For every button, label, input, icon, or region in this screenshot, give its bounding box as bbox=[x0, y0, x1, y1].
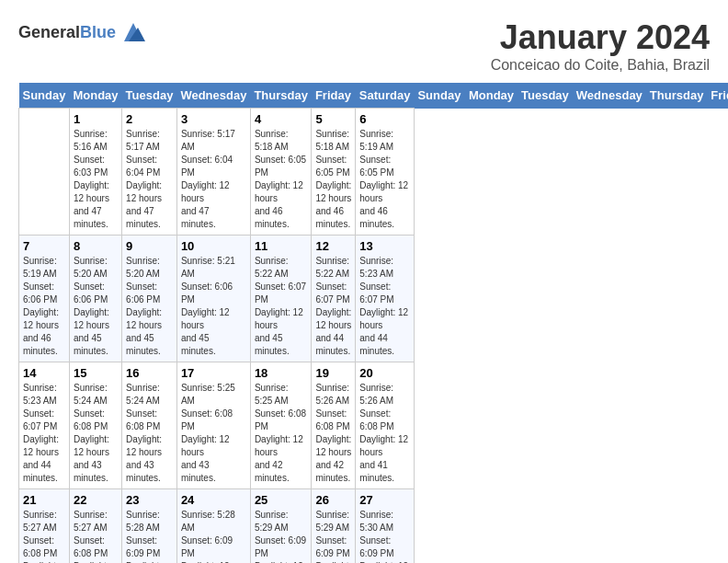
header-sunday: Sunday bbox=[19, 83, 70, 109]
calendar-cell: 2Sunrise: 5:17 AM Sunset: 6:04 PM Daylig… bbox=[122, 109, 177, 236]
day-info: Sunrise: 5:25 AM Sunset: 6:08 PM Dayligh… bbox=[181, 382, 246, 485]
day-info: Sunrise: 5:25 AM Sunset: 6:08 PM Dayligh… bbox=[255, 382, 308, 485]
day-info: Sunrise: 5:19 AM Sunset: 6:05 PM Dayligh… bbox=[359, 128, 410, 231]
day-info: Sunrise: 5:26 AM Sunset: 6:08 PM Dayligh… bbox=[315, 382, 351, 485]
day-number: 6 bbox=[359, 112, 410, 126]
calendar-header-row: SundayMondayTuesdayWednesdayThursdayFrid… bbox=[19, 83, 729, 109]
day-number: 12 bbox=[315, 239, 351, 253]
day-info: Sunrise: 5:17 AM Sunset: 6:04 PM Dayligh… bbox=[126, 128, 173, 231]
calendar-cell: 9Sunrise: 5:20 AM Sunset: 6:06 PM Daylig… bbox=[122, 236, 177, 362]
calendar-week-4: 21Sunrise: 5:27 AM Sunset: 6:08 PM Dayli… bbox=[19, 489, 729, 564]
day-number: 10 bbox=[181, 239, 246, 253]
calendar-cell: 26Sunrise: 5:29 AM Sunset: 6:09 PM Dayli… bbox=[312, 489, 356, 564]
calendar-week-2: 7Sunrise: 5:19 AM Sunset: 6:06 PM Daylig… bbox=[19, 236, 729, 362]
calendar-cell: 16Sunrise: 5:24 AM Sunset: 6:08 PM Dayli… bbox=[122, 362, 177, 489]
page-header: GeneralBlue January 2024 Conceicao do Co… bbox=[18, 18, 710, 74]
day-info: Sunrise: 5:22 AM Sunset: 6:07 PM Dayligh… bbox=[255, 255, 308, 358]
header-monday: Monday bbox=[465, 83, 518, 109]
day-number: 26 bbox=[315, 493, 351, 507]
calendar-cell: 22Sunrise: 5:27 AM Sunset: 6:08 PM Dayli… bbox=[69, 489, 121, 564]
location-text: Conceicao do Coite, Bahia, Brazil bbox=[491, 57, 710, 74]
calendar-cell: 23Sunrise: 5:28 AM Sunset: 6:09 PM Dayli… bbox=[122, 489, 177, 564]
day-info: Sunrise: 5:23 AM Sunset: 6:07 PM Dayligh… bbox=[23, 382, 65, 485]
day-info: Sunrise: 5:20 AM Sunset: 6:06 PM Dayligh… bbox=[126, 255, 173, 358]
calendar-cell: 6Sunrise: 5:19 AM Sunset: 6:05 PM Daylig… bbox=[356, 109, 415, 236]
day-number: 27 bbox=[359, 493, 410, 507]
day-number: 3 bbox=[181, 112, 246, 126]
header-thursday: Thursday bbox=[646, 83, 708, 109]
day-info: Sunrise: 5:29 AM Sunset: 6:09 PM Dayligh… bbox=[255, 509, 308, 563]
header-monday: Monday bbox=[69, 83, 121, 109]
day-info: Sunrise: 5:17 AM Sunset: 6:04 PM Dayligh… bbox=[181, 128, 246, 231]
day-info: Sunrise: 5:24 AM Sunset: 6:08 PM Dayligh… bbox=[126, 382, 173, 485]
day-info: Sunrise: 5:30 AM Sunset: 6:09 PM Dayligh… bbox=[359, 509, 410, 563]
calendar-table: SundayMondayTuesdayWednesdayThursdayFrid… bbox=[18, 83, 728, 563]
day-info: Sunrise: 5:18 AM Sunset: 6:05 PM Dayligh… bbox=[315, 128, 351, 231]
day-number: 15 bbox=[74, 366, 118, 380]
day-info: Sunrise: 5:16 AM Sunset: 6:03 PM Dayligh… bbox=[74, 128, 118, 231]
header-wednesday: Wednesday bbox=[176, 83, 250, 109]
day-info: Sunrise: 5:21 AM Sunset: 6:06 PM Dayligh… bbox=[181, 255, 246, 358]
day-info: Sunrise: 5:27 AM Sunset: 6:08 PM Dayligh… bbox=[23, 509, 65, 563]
calendar-cell: 12Sunrise: 5:22 AM Sunset: 6:07 PM Dayli… bbox=[312, 236, 356, 362]
calendar-cell: 10Sunrise: 5:21 AM Sunset: 6:06 PM Dayli… bbox=[176, 236, 250, 362]
calendar-cell: 8Sunrise: 5:20 AM Sunset: 6:06 PM Daylig… bbox=[69, 236, 121, 362]
logo-blue: Blue bbox=[80, 23, 116, 41]
day-number: 2 bbox=[126, 112, 173, 126]
day-number: 1 bbox=[74, 112, 118, 126]
header-friday: Friday bbox=[312, 83, 356, 109]
calendar-cell: 27Sunrise: 5:30 AM Sunset: 6:09 PM Dayli… bbox=[356, 489, 415, 564]
header-tuesday: Tuesday bbox=[518, 83, 573, 109]
calendar-week-1: 1Sunrise: 5:16 AM Sunset: 6:03 PM Daylig… bbox=[19, 109, 729, 236]
calendar-cell: 18Sunrise: 5:25 AM Sunset: 6:08 PM Dayli… bbox=[250, 362, 312, 489]
header-tuesday: Tuesday bbox=[122, 83, 177, 109]
header-wednesday: Wednesday bbox=[573, 83, 646, 109]
day-number: 25 bbox=[255, 493, 308, 507]
calendar-cell: 14Sunrise: 5:23 AM Sunset: 6:07 PM Dayli… bbox=[19, 362, 70, 489]
day-number: 20 bbox=[359, 366, 410, 380]
day-info: Sunrise: 5:28 AM Sunset: 6:09 PM Dayligh… bbox=[126, 509, 173, 563]
day-info: Sunrise: 5:18 AM Sunset: 6:05 PM Dayligh… bbox=[255, 128, 308, 231]
calendar-cell: 25Sunrise: 5:29 AM Sunset: 6:09 PM Dayli… bbox=[250, 489, 312, 564]
calendar-cell: 5Sunrise: 5:18 AM Sunset: 6:05 PM Daylig… bbox=[312, 109, 356, 236]
day-number: 22 bbox=[74, 493, 118, 507]
day-number: 19 bbox=[315, 366, 351, 380]
calendar-cell: 11Sunrise: 5:22 AM Sunset: 6:07 PM Dayli… bbox=[250, 236, 312, 362]
day-number: 14 bbox=[23, 366, 65, 380]
day-info: Sunrise: 5:19 AM Sunset: 6:06 PM Dayligh… bbox=[23, 255, 65, 358]
day-info: Sunrise: 5:26 AM Sunset: 6:08 PM Dayligh… bbox=[359, 382, 410, 485]
header-thursday: Thursday bbox=[250, 83, 312, 109]
calendar-cell: 24Sunrise: 5:28 AM Sunset: 6:09 PM Dayli… bbox=[176, 489, 250, 564]
day-number: 13 bbox=[359, 239, 410, 253]
day-number: 7 bbox=[23, 239, 65, 253]
day-info: Sunrise: 5:29 AM Sunset: 6:09 PM Dayligh… bbox=[315, 509, 351, 563]
day-info: Sunrise: 5:24 AM Sunset: 6:08 PM Dayligh… bbox=[74, 382, 118, 485]
calendar-cell: 20Sunrise: 5:26 AM Sunset: 6:08 PM Dayli… bbox=[356, 362, 415, 489]
calendar-cell: 1Sunrise: 5:16 AM Sunset: 6:03 PM Daylig… bbox=[69, 109, 121, 236]
logo: GeneralBlue bbox=[18, 18, 147, 46]
calendar-cell bbox=[19, 109, 70, 236]
calendar-cell: 7Sunrise: 5:19 AM Sunset: 6:06 PM Daylig… bbox=[19, 236, 70, 362]
day-number: 17 bbox=[181, 366, 246, 380]
header-friday: Friday bbox=[707, 83, 728, 109]
day-number: 24 bbox=[181, 493, 246, 507]
calendar-cell: 21Sunrise: 5:27 AM Sunset: 6:08 PM Dayli… bbox=[19, 489, 70, 564]
calendar-cell: 3Sunrise: 5:17 AM Sunset: 6:04 PM Daylig… bbox=[176, 109, 250, 236]
day-number: 21 bbox=[23, 493, 65, 507]
day-info: Sunrise: 5:28 AM Sunset: 6:09 PM Dayligh… bbox=[181, 509, 246, 563]
logo-icon bbox=[119, 18, 147, 46]
day-info: Sunrise: 5:22 AM Sunset: 6:07 PM Dayligh… bbox=[315, 255, 351, 358]
month-title: January 2024 bbox=[491, 18, 710, 57]
day-number: 9 bbox=[126, 239, 173, 253]
calendar-cell: 19Sunrise: 5:26 AM Sunset: 6:08 PM Dayli… bbox=[312, 362, 356, 489]
day-info: Sunrise: 5:27 AM Sunset: 6:08 PM Dayligh… bbox=[74, 509, 118, 563]
day-number: 4 bbox=[255, 112, 308, 126]
logo-general: General bbox=[18, 23, 80, 41]
day-number: 11 bbox=[255, 239, 308, 253]
day-info: Sunrise: 5:20 AM Sunset: 6:06 PM Dayligh… bbox=[74, 255, 118, 358]
calendar-cell: 15Sunrise: 5:24 AM Sunset: 6:08 PM Dayli… bbox=[69, 362, 121, 489]
day-number: 18 bbox=[255, 366, 308, 380]
day-number: 23 bbox=[126, 493, 173, 507]
title-area: January 2024 Conceicao do Coite, Bahia, … bbox=[491, 18, 710, 74]
day-info: Sunrise: 5:23 AM Sunset: 6:07 PM Dayligh… bbox=[359, 255, 410, 358]
